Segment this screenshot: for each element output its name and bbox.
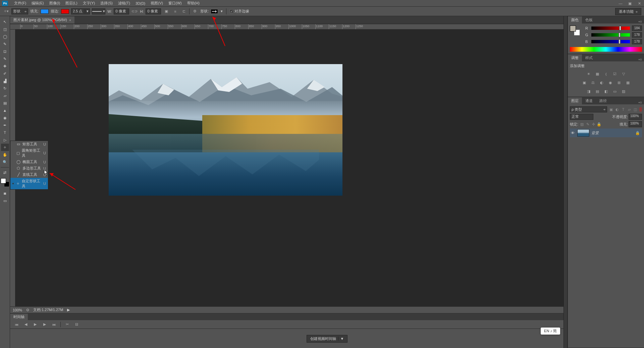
menu-file[interactable]: 文件(F) xyxy=(11,0,29,6)
adjustments-panel-tab[interactable]: 调整 xyxy=(568,54,582,61)
tool-mode-select[interactable]: 形状÷ xyxy=(11,8,28,14)
r-value-input[interactable]: 184 xyxy=(632,26,642,31)
lock-transparent-icon[interactable]: ▨ xyxy=(580,122,584,127)
tool-preset-icon[interactable]: ✧▾ xyxy=(3,8,9,15)
layer-filter-select[interactable]: ρ 类型÷ xyxy=(570,106,607,112)
colorlookup-adjust-icon[interactable]: ▦ xyxy=(625,79,631,86)
quick-select-tool-icon[interactable]: ✎ xyxy=(1,40,9,48)
menu-select[interactable]: 选择(S) xyxy=(98,0,115,6)
menu-view[interactable]: 视图(V) xyxy=(148,0,166,6)
tab-close-icon[interactable]: × xyxy=(69,18,71,22)
vibrance-adjust-icon[interactable]: ▽ xyxy=(620,70,627,77)
healing-tool-icon[interactable]: ✚ xyxy=(1,62,9,70)
filter-smart-icon[interactable]: ◫ xyxy=(633,107,638,112)
ellipse-tool-item[interactable]: ◯椭圆工具U xyxy=(10,159,48,165)
fill-opacity-input[interactable]: 100% xyxy=(629,121,642,127)
filter-shape-icon[interactable]: ▱ xyxy=(627,107,632,112)
r-slider[interactable] xyxy=(591,27,630,30)
menu-edit[interactable]: 编辑(E) xyxy=(29,0,47,6)
menu-layer[interactable]: 图层(L) xyxy=(63,0,80,6)
close-icon[interactable]: ✕ xyxy=(635,0,644,7)
curves-adjust-icon[interactable]: ⦅ xyxy=(603,70,609,77)
line-tool-item[interactable]: ╱直线工具U xyxy=(10,171,48,178)
history-brush-tool-icon[interactable]: ↻ xyxy=(1,85,9,92)
stroke-style-select[interactable]: ▾ xyxy=(92,8,105,14)
menu-image[interactable]: 图像(I) xyxy=(47,0,63,6)
layer-name[interactable]: 背景 xyxy=(591,131,599,136)
rounded-rectangle-tool-item[interactable]: ▢圆角矩形工具U xyxy=(10,147,48,159)
blend-mode-select[interactable]: 正常 xyxy=(570,114,593,120)
gear-icon[interactable]: ⚙ xyxy=(192,8,198,15)
color-picker[interactable] xyxy=(1,178,9,187)
pen-tool-icon[interactable]: ✒ xyxy=(1,121,9,129)
cut-icon[interactable]: ✂ xyxy=(64,321,70,328)
lock-all-icon[interactable]: 🔒 xyxy=(597,122,601,127)
link-dimensions-icon[interactable]: ⊂⊃ xyxy=(131,8,138,15)
dodge-tool-icon[interactable]: ◉ xyxy=(1,114,9,121)
panel-menu-icon[interactable]: ▪≡ xyxy=(637,57,644,61)
path-align-icon[interactable]: ≡ xyxy=(172,8,178,15)
bw-adjust-icon[interactable]: ◐ xyxy=(598,79,605,86)
crop-tool-icon[interactable]: ⊡ xyxy=(1,48,9,55)
create-timeline-button[interactable]: 创建视频时间轴▼ xyxy=(307,335,348,343)
layer-row-background[interactable]: 👁 背景 🔒 xyxy=(570,129,642,137)
shape-picker[interactable] xyxy=(211,9,218,14)
path-operations-icon[interactable]: ▣ xyxy=(163,8,170,15)
rectangle-tool-item[interactable]: ▭矩形工具U xyxy=(10,141,48,147)
filter-pixel-icon[interactable]: ▣ xyxy=(608,107,614,112)
styles-panel-tab[interactable]: 样式 xyxy=(582,54,596,61)
lasso-tool-icon[interactable]: ◯ xyxy=(1,33,9,40)
blur-tool-icon[interactable]: ▲ xyxy=(1,107,9,114)
menu-window[interactable]: 窗口(W) xyxy=(166,0,184,6)
lock-paint-icon[interactable]: ✎ xyxy=(585,122,590,127)
menu-3d[interactable]: 3D(D) xyxy=(133,1,148,6)
g-value-input[interactable]: 178 xyxy=(632,32,642,38)
color-swatch-pair[interactable] xyxy=(570,26,580,36)
b-value-input[interactable]: 178 xyxy=(632,39,642,44)
screenmode-icon[interactable]: ▭ xyxy=(1,197,9,204)
stroke-color-swatch[interactable] xyxy=(61,9,69,14)
channels-panel-tab[interactable]: 通道 xyxy=(582,97,596,104)
menu-filter[interactable]: 滤镜(T) xyxy=(115,0,133,6)
exposure-adjust-icon[interactable]: ☑ xyxy=(611,70,618,77)
ruler-horizontal[interactable]: 0501001502002503003504004505005506006507… xyxy=(10,24,644,30)
prev-frame-icon[interactable]: ◀ xyxy=(23,321,29,328)
opacity-input[interactable]: 100% xyxy=(629,114,642,120)
hue-adjust-icon[interactable]: ▣ xyxy=(581,79,588,86)
last-frame-icon[interactable]: ⏭ xyxy=(51,321,57,328)
layers-panel-tab[interactable]: 图层 xyxy=(568,97,582,104)
brightness-adjust-icon[interactable]: ☀ xyxy=(585,70,592,77)
first-frame-icon[interactable]: ⏮ xyxy=(13,321,19,328)
move-tool-icon[interactable]: ↖ xyxy=(1,18,9,26)
filter-toggle[interactable] xyxy=(639,107,642,112)
b-slider[interactable] xyxy=(591,40,630,43)
panel-menu-icon[interactable]: ▪≡ xyxy=(637,19,644,23)
layer-thumbnail[interactable] xyxy=(577,129,589,137)
transition-icon[interactable]: ⊟ xyxy=(73,321,79,328)
zoom-level[interactable]: 100% xyxy=(13,308,22,312)
menu-help[interactable]: 帮助(H) xyxy=(184,0,202,6)
marquee-tool-icon[interactable]: ◫ xyxy=(1,26,9,33)
eyedropper-tool-icon[interactable]: ✎ xyxy=(1,55,9,62)
hand-tool-icon[interactable]: ✋ xyxy=(1,151,9,158)
custom-shape-tool-item[interactable]: ✧自定形状工具U xyxy=(10,178,48,189)
invert-adjust-icon[interactable]: ◨ xyxy=(585,88,592,95)
colorbalance-adjust-icon[interactable]: ⚖ xyxy=(590,79,596,86)
filter-adjust-icon[interactable]: ◐ xyxy=(614,107,620,112)
workspace-switcher[interactable]: 基本功能÷ xyxy=(615,8,641,15)
status-expand-icon[interactable]: ⊙ xyxy=(26,308,29,312)
color-panel-tab[interactable]: 颜色 xyxy=(568,16,582,23)
posterize-adjust-icon[interactable]: ▤ xyxy=(594,88,601,95)
eraser-tool-icon[interactable]: ▱ xyxy=(1,92,9,99)
swatches-panel-tab[interactable]: 色板 xyxy=(582,16,596,23)
selectivecolor-adjust-icon[interactable]: ▨ xyxy=(620,88,627,95)
filter-type-icon[interactable]: T xyxy=(621,107,626,112)
photofilter-adjust-icon[interactable]: ◉ xyxy=(607,79,614,86)
color-spectrum[interactable] xyxy=(570,47,642,52)
align-edges-checkbox[interactable]: 对齐边缘 xyxy=(230,9,249,14)
gradient-tool-icon[interactable]: ▤ xyxy=(1,99,9,107)
levels-adjust-icon[interactable]: ▦ xyxy=(594,70,601,77)
lock-position-icon[interactable]: ✢ xyxy=(591,122,596,127)
paths-panel-tab[interactable]: 路径 xyxy=(596,97,610,104)
menu-type[interactable]: 文字(Y) xyxy=(80,0,98,6)
